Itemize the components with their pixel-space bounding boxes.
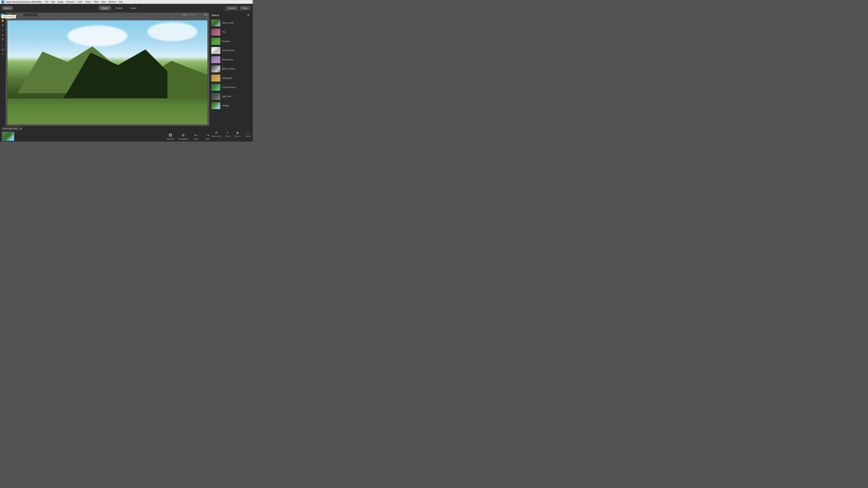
rptab-textures[interactable]: ▦ Textures: [233, 129, 242, 139]
app-logo: Ps: [1, 1, 4, 3]
effects-header: Effects 🔍: [210, 12, 253, 19]
photo-thumbnail[interactable]: [2, 132, 14, 141]
effect-seasons[interactable]: Seasons: [210, 37, 253, 46]
open-dropdown-arrow: ▾: [10, 7, 11, 9]
action-photo-bin[interactable]: 🖼 Photo Bin: [166, 133, 175, 140]
effect-cross-process[interactable]: Cross Process: [210, 83, 253, 92]
tab-expert[interactable]: Expert: [127, 6, 140, 10]
effect-label-seasons: Seasons: [222, 40, 230, 42]
effect-label-split-tone: Split Tone: [222, 95, 231, 98]
menu-layer[interactable]: Layer: [76, 1, 84, 3]
header-bar: Open ▾ Quick Guided Expert Create ▾ Shar…: [0, 4, 253, 12]
crop-tool[interactable]: ⛶: [1, 43, 5, 47]
zoom-label: Zoom:: [182, 14, 188, 16]
effect-split-tone[interactable]: Split Tone: [210, 92, 253, 101]
effect-vintage[interactable]: Vintage: [210, 101, 253, 110]
menu-enhance[interactable]: Enhance: [65, 1, 75, 3]
mode-tabs: Quick Guided Expert: [13, 6, 225, 10]
undo-label: Undo: [194, 138, 198, 140]
effect-thumb-smart-looks: [211, 20, 220, 26]
canvas-close-button[interactable]: ✕: [206, 17, 208, 20]
effect-lithograph[interactable]: Lithograph: [210, 73, 253, 83]
effect-black-white[interactable]: Black & White: [210, 64, 253, 73]
menu-window[interactable]: Window: [107, 1, 117, 3]
right-panel-tabs: ⊞ Adjustments ✦ Effects ▦ Textures ◻ Fra…: [209, 126, 253, 141]
transform-tool[interactable]: ⊡: [1, 47, 5, 52]
tool-options-icon: ⚙: [181, 133, 186, 137]
left-toolbar: 🔍 ✋ 👁 / ⇔ T ⛶ ⊡ +: [0, 12, 5, 126]
textures-tab-icon: ▦: [236, 130, 240, 135]
menu-filter[interactable]: Filter: [93, 1, 100, 3]
create-button[interactable]: Create ▾: [225, 6, 238, 10]
effects-search-button[interactable]: 🔍: [247, 14, 251, 17]
hand-tool[interactable]: ✋: [1, 19, 5, 23]
menu-bar: Ps Adobe Photoshop Elements 2020 Editor …: [0, 0, 253, 4]
mountain-scene: [7, 20, 208, 124]
effects-tab-icon: ✦: [226, 130, 230, 135]
effect-thumb-vintage: [211, 102, 220, 109]
cloud-right: [147, 22, 197, 41]
effect-label-tint: Tint: [222, 31, 225, 33]
view-select[interactable]: After Only Before Only Before & After (H…: [13, 13, 41, 16]
effect-label-cross-process: Cross Process: [222, 86, 236, 89]
action-tool-options[interactable]: ⚙ Tool Options: [178, 133, 188, 140]
share-button[interactable]: Share: [240, 6, 250, 10]
undo-icon: ↩: [193, 133, 198, 137]
effect-label-black-white: Black & White: [222, 68, 235, 70]
effect-label-toy-camera: Toy Camera: [222, 59, 233, 61]
textures-tab-label: Textures: [235, 135, 241, 137]
foreground-grass: [7, 98, 208, 124]
show-open-files-select[interactable]: Show Open Files: [1, 127, 22, 130]
adjustments-tab-label: Adjustments: [212, 135, 221, 137]
brush-tool[interactable]: /: [1, 28, 5, 32]
tool-tooltip: Hand Tool (H): [1, 15, 16, 19]
rptab-adjustments[interactable]: ⊞ Adjustments: [210, 129, 222, 139]
text-tool[interactable]: T: [1, 38, 5, 42]
effect-thumb-tint: [211, 29, 220, 36]
effect-thumb-toy-camera: [211, 56, 220, 63]
rptab-frames[interactable]: ◻ Frames: [244, 129, 252, 139]
menu-help[interactable]: Help: [117, 1, 124, 3]
effect-thumb-cross-process: [211, 84, 220, 91]
menu-image[interactable]: Image: [56, 1, 65, 3]
main-canvas-image: [7, 20, 208, 125]
effect-pencil-sketch[interactable]: Pencil Sketch: [210, 46, 253, 55]
quick-selection-tool[interactable]: 👁: [1, 23, 5, 27]
app-title: Adobe Photoshop Elements 2020 Editor: [5, 1, 42, 3]
effect-label-lithograph: Lithograph: [222, 77, 232, 79]
effects-tab-label: Effects: [225, 135, 230, 137]
tab-guided[interactable]: Guided: [112, 6, 126, 10]
effect-thumb-split-tone: [211, 93, 220, 100]
tab-quick[interactable]: Quick: [98, 6, 111, 10]
menu-view[interactable]: View: [100, 1, 107, 3]
menu-select[interactable]: Select: [84, 1, 92, 3]
add-tool[interactable]: +: [1, 53, 5, 57]
adjustments-tab-icon: ⊞: [214, 130, 218, 135]
zoom-slider[interactable]: [189, 14, 203, 15]
action-undo[interactable]: ↩ Undo: [191, 133, 200, 140]
effect-toy-camera[interactable]: Toy Camera: [210, 55, 253, 64]
view-bar: View: After Only Before Only Before & Af…: [5, 12, 209, 17]
effect-label-vintage: Vintage: [222, 104, 229, 107]
effect-label-smart-looks: Smart Looks: [222, 22, 234, 24]
frames-tab-icon: ◻: [246, 130, 250, 135]
cloud-left: [67, 26, 128, 46]
right-panel: Effects 🔍 Smart Looks Tint Seasons Penci…: [209, 12, 253, 126]
frames-tab-label: Frames: [245, 135, 251, 137]
zoom-value: 50%: [204, 14, 208, 16]
effect-smart-looks[interactable]: Smart Looks: [210, 19, 253, 28]
effects-controls: 🔍: [247, 14, 251, 17]
effect-thumb-black-white: [211, 65, 220, 72]
menu-file[interactable]: File: [44, 1, 50, 3]
effect-thumb-pencil-sketch: [211, 47, 220, 54]
open-button[interactable]: Open ▾: [2, 6, 13, 10]
menu-edit[interactable]: Edit: [50, 1, 56, 3]
photo-bin-label: Photo Bin: [167, 138, 174, 140]
effect-tint[interactable]: Tint: [210, 28, 253, 37]
move-tool[interactable]: ⇔: [1, 33, 5, 37]
photo-bin-icon: 🖼: [168, 133, 173, 137]
canvas-area: View: After Only Before Only Before & Af…: [5, 12, 209, 126]
effect-thumb-seasons: [211, 38, 220, 45]
rptab-effects[interactable]: ✦ Effects: [224, 129, 231, 139]
effect-thumb-lithograph: [211, 74, 220, 82]
